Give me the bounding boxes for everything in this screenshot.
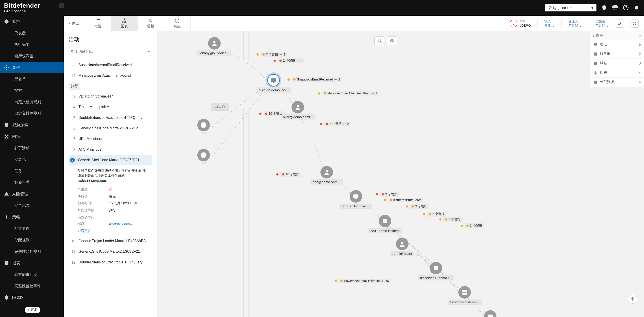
assignee-dropdown[interactable]: 受让人 未分配 ⌄ — [568, 20, 582, 28]
nav-sub-item[interactable]: 黑名单 — [0, 73, 64, 85]
nav-sub-item[interactable]: 搜索 — [0, 85, 64, 96]
activity-item[interactable]: 23SuspiciousInternalEmailReceived — [68, 60, 152, 70]
nav-sub-item[interactable]: 完整性监控事件 — [0, 280, 64, 292]
tab-response[interactable]: 响应 — [164, 16, 190, 32]
refresh-button[interactable] — [630, 20, 638, 28]
help-icon[interactable] — [623, 5, 629, 11]
nav-sub-item[interactable]: 执行摘要 — [0, 39, 64, 50]
legend-row[interactable]: 端点5 — [590, 40, 644, 49]
legend-row[interactable]: 域名3 — [590, 59, 644, 68]
graph-alert-tag[interactable]: PowershellDataExfiltration↩87 — [338, 279, 391, 283]
graph-alert-tag[interactable]: 3 个警报 — [380, 192, 399, 197]
graph-node-globe[interactable] — [197, 119, 210, 134]
nav-sub-item[interactable]: 任务 — [0, 165, 64, 177]
nav-item[interactable]: 风险管理 — [0, 188, 64, 200]
nav-item[interactable]: 威胁探索 — [0, 119, 64, 131]
graph-node-server[interactable]: fileserver02.demo... — [448, 286, 482, 305]
graph-alert-tag[interactable]: 3 个警报↩2 — [324, 122, 350, 126]
nav-item[interactable]: 监控 — [0, 16, 64, 27]
chevron-down-icon: ⌄ — [552, 24, 555, 27]
nav-sub-item[interactable]: 标签管理 — [0, 177, 64, 188]
bell-icon[interactable] — [634, 5, 640, 11]
graph-alert-tag[interactable]: KerberosBruteForce — [388, 198, 423, 202]
nav-sub-item[interactable]: 健康仪表盘 — [0, 50, 64, 62]
graph-node-endpoint[interactable]: cfo-laptop.demo.i... — [474, 310, 507, 317]
edit-button[interactable] — [616, 20, 624, 28]
nav-sub-item[interactable]: 补丁清单 — [0, 142, 64, 154]
nav-item[interactable]: 策略 — [0, 211, 64, 223]
tab-overview[interactable]: 概要 — [85, 16, 111, 32]
nav-sub-item[interactable]: 安装包 — [0, 154, 64, 165]
legend-row[interactable]: 服务器2 — [590, 49, 644, 59]
nav-sub-item[interactable]: 安全风险 — [0, 200, 64, 211]
more-button[interactable]: ↓ 更多 — [25, 307, 40, 313]
nav-sub-item[interactable]: 分配规则 — [0, 234, 64, 246]
nav-item[interactable]: 报表 — [0, 257, 64, 269]
nav-sub-item[interactable]: 自定义排除规则 — [0, 108, 64, 119]
nav-sub-item[interactable]: 仪表盘 — [0, 27, 64, 39]
group-by-select[interactable]: 按杀伤链分组 ▾ — [68, 47, 152, 56]
activity-item[interactable]: 9Generic.ShellCode.Marte.2.E3C72F21 — [68, 155, 152, 165]
shield-icon[interactable] — [602, 5, 607, 11]
legend-row[interactable]: 外部资源4 — [590, 78, 644, 87]
nav-sub-item[interactable]: 完整性监控规则 — [0, 246, 64, 257]
graph-node-server[interactable]: fileserver01.demo.i... — [418, 262, 454, 280]
graph-search-button[interactable] — [374, 36, 385, 45]
user-menu[interactable]: 欢迎，parker ▾ — [545, 4, 596, 12]
graph-alert-tag[interactable]: 2 个警报 — [427, 212, 446, 216]
endpoint-link[interactable]: alice-pc.demo... — [109, 222, 133, 226]
graph-alert-tag[interactable]: MaliciousEmailAttachmentFo...↩2 — [322, 91, 380, 96]
incident-toolbar: ‹ 返回 概要图表警报响应 事件 #DEMO 状态 开放 ⌄ 受让人 未分配 ⌄… — [64, 16, 644, 32]
activity-item[interactable]: 11Generic.ShellCode.Marte.2.E3C72F21 — [68, 246, 152, 257]
gift-icon[interactable] — [612, 5, 618, 11]
reply-icon: ↩ — [296, 59, 299, 62]
graph-node-globe[interactable] — [197, 149, 210, 164]
graph-node-user[interactable]: bob@demo.onmi... — [310, 166, 343, 184]
graph-node-user[interactable]: johnny@outlook.c... — [197, 37, 232, 56]
activity-item[interactable]: 8ATC.Malicious — [68, 144, 152, 155]
sidebar-collapse-button[interactable]: ‹ — [59, 3, 64, 8]
priority-dropdown[interactable]: 优先级 未分配 ⌄ — [596, 20, 609, 28]
nav-item[interactable]: 网络 — [0, 131, 64, 142]
activity-item[interactable]: 24MaliciousEmailAttachmentFound — [68, 70, 152, 81]
legend-add-button[interactable]: + — [639, 34, 641, 38]
graph-alert-tag[interactable]: 10 个警... — [263, 111, 284, 116]
status-dropdown[interactable]: 状态 开放 ⌄ — [544, 20, 555, 28]
nav-item[interactable]: 事件 — [0, 62, 64, 73]
activity-item[interactable]: 5DoubleExtensionExecutableHTTPQuery — [68, 112, 152, 123]
graph-alert-tag[interactable]: 2 个警报↩2 — [278, 58, 304, 63]
nav-sub-item[interactable]: 勒索病毒活动 — [0, 269, 64, 280]
graph-alert-tag[interactable]: 3 个警报 — [410, 204, 429, 209]
reply-icon: ↩ — [334, 78, 337, 81]
graph-alert-tag[interactable]: 2 个警报↩4 — [260, 52, 287, 57]
nav-sub-item[interactable]: 自定义检测规则 — [0, 96, 64, 108]
activity-item[interactable]: 6Generic.ShellCode.Marte.2.E3C72F21 — [68, 123, 152, 134]
alert-dot — [460, 225, 463, 227]
back-button[interactable]: ‹ 返回 — [64, 21, 85, 26]
tab-graph[interactable]: 图表 — [111, 16, 138, 32]
activity-item[interactable]: 3VB:Trojan.Valyria.447 — [68, 91, 152, 102]
graph-node-endpoint[interactable]: bob-pc.demo.inci... — [340, 190, 372, 209]
graph-node-user[interactable]: alice@demo.onmi... — [281, 101, 315, 120]
activity-item[interactable]: 12DoubleExtensionExecutableHTTPQuery — [68, 257, 152, 268]
svg-point-43 — [595, 72, 596, 73]
graph-node-server[interactable]: dc01.demo.incident — [368, 215, 402, 234]
recenter-button[interactable] — [628, 294, 637, 304]
nav-sub-item[interactable]: 配置文件 — [0, 223, 64, 234]
incident-graph[interactable]: johnny@outlook.c...alice-pc.demo.inci...… — [158, 32, 644, 317]
legend-row[interactable]: 用户4 — [590, 68, 644, 78]
graph-alert-tag[interactable]: 3 个警报 — [443, 217, 462, 222]
activity-item[interactable]: 7URL.Malicious — [68, 134, 152, 144]
activity-item[interactable]: 10Generic.Trojan.Loader.Marte.1.E493A9EA — [68, 236, 152, 246]
activity-item[interactable]: 4Trojan.Metasploit.A — [68, 102, 152, 112]
chevron-right-icon[interactable]: › — [593, 34, 594, 38]
graph-node-endpoint[interactable]: alice-pc.demo.inci... — [256, 74, 291, 92]
graph-node-user[interactable]: Administrator — [390, 238, 414, 256]
nav-item[interactable]: 隔离区 — [0, 292, 64, 303]
graph-visibility-button[interactable] — [387, 36, 397, 45]
graph-alert-tag[interactable]: SuspiciousEmailReceived↩2 — [292, 77, 342, 82]
graph-alert-tag[interactable]: 10 个警报 — [280, 172, 301, 177]
view-more-link[interactable]: 查看更多 — [78, 229, 150, 233]
tab-alerts[interactable]: 警报 — [138, 16, 164, 32]
graph-alert-tag[interactable]: 3 个警报 — [464, 223, 484, 228]
